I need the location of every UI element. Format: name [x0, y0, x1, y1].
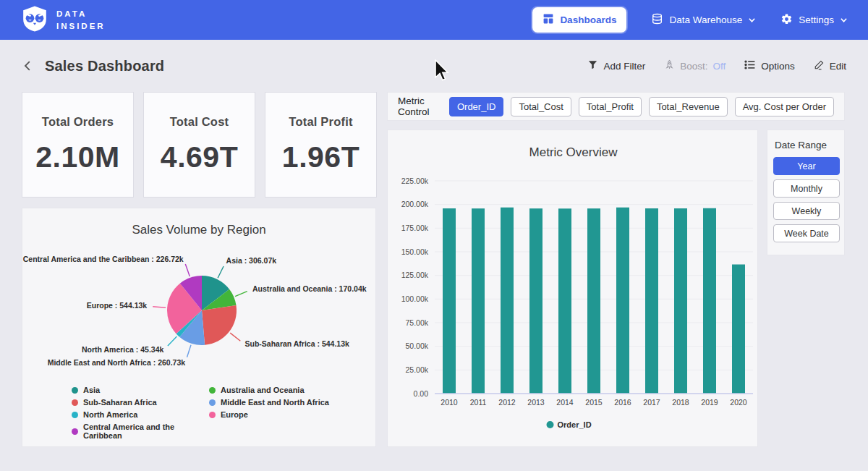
pie-chart: Asia : 306.07kAustralia and Oceania : 17…: [22, 254, 377, 380]
pencil-icon: [814, 59, 825, 72]
bar-2016[interactable]: [616, 208, 629, 394]
legend-dot: [209, 399, 216, 406]
x-tick-label: 2012: [498, 398, 516, 407]
bar-2017[interactable]: [645, 208, 658, 394]
date-range-monthly[interactable]: Monthly: [773, 179, 840, 198]
metric-chip-total-cost[interactable]: Total_Cost: [511, 97, 571, 116]
pie-label: Australia and Oceania : 170.04k: [252, 284, 367, 293]
bar-2018[interactable]: [674, 208, 687, 394]
legend-label: Order_ID: [558, 420, 592, 429]
owl-logo-icon: [20, 4, 49, 36]
x-tick-label: 2014: [556, 398, 574, 407]
legend-label: Middle East and North Africa: [221, 398, 329, 407]
metric-chip-total-profit[interactable]: Total_Profit: [579, 97, 642, 116]
bar-2012[interactable]: [501, 208, 514, 394]
add-filter-button[interactable]: Add Filter: [587, 59, 645, 72]
pie-legend-item[interactable]: Sub-Saharan Africa: [72, 398, 209, 407]
metric-chip-order-id[interactable]: Order_ID: [449, 97, 503, 116]
bar-2020[interactable]: [732, 265, 745, 394]
kpi-value: 2.10M: [35, 140, 119, 174]
sales-volume-panel: Sales Volume by Region Asia : 306.07kAus…: [22, 208, 376, 447]
legend-label: Asia: [83, 386, 100, 394]
bar-2015[interactable]: [587, 208, 600, 394]
x-tick-label: 2016: [614, 398, 631, 407]
top-nav: DATA INSIDER Dashboards: [0, 0, 868, 40]
kpi-value: 4.69T: [161, 140, 238, 174]
brand[interactable]: DATA INSIDER: [20, 4, 106, 36]
page-title: Sales Dashboard: [45, 58, 164, 75]
boost-state: Off: [712, 61, 726, 72]
legend-dot: [547, 421, 554, 428]
dashboards-grid-icon: [542, 13, 554, 27]
boost-toggle[interactable]: Boost: Off: [664, 59, 726, 72]
legend-label: Central America and the Caribbean: [83, 423, 209, 440]
legend-label: North America: [83, 410, 137, 419]
y-tick-label: 100.00k: [401, 294, 429, 303]
pie-label: Asia : 306.07k: [226, 256, 277, 265]
settings-menu[interactable]: Settings: [780, 13, 848, 27]
metric-chip-avg-cost[interactable]: Avg. Cost per Order: [735, 97, 834, 116]
legend-dot: [72, 428, 78, 435]
bar-chart-title: Metric Overview: [529, 145, 618, 159]
metric-control-bar: Metric Control Order_ID Total_Cost Total…: [387, 92, 845, 121]
options-button[interactable]: Options: [744, 59, 795, 72]
kpi-card-total-orders: Total Orders 2.10M: [22, 92, 134, 198]
chevron-down-icon: [840, 14, 848, 25]
pie-chart-title: Sales Volume by Region: [22, 223, 375, 237]
bar-2011[interactable]: [472, 208, 485, 394]
legend-dot: [72, 387, 78, 394]
x-tick-label: 2018: [672, 398, 689, 407]
pie-legend-item[interactable]: Middle East and North Africa: [209, 398, 329, 407]
legend-label: Australia and Oceania: [221, 386, 305, 394]
bar-2014[interactable]: [558, 208, 571, 394]
kpi-value: 1.96T: [282, 140, 359, 174]
pie-slice-sub-saharan-africa[interactable]: [202, 305, 237, 345]
rocket-icon: [664, 59, 675, 72]
pie-legend-item[interactable]: Australia and Oceania: [209, 386, 329, 394]
app-window: DATA INSIDER Dashboards: [0, 0, 868, 471]
y-tick-label: 225.00k: [401, 177, 429, 185]
pie-label: Sub-Saharan Africa : 544.13k: [245, 339, 349, 348]
x-tick-label: 2010: [441, 398, 458, 407]
date-range-weekly[interactable]: Weekly: [773, 202, 840, 220]
page-header: Sales Dashboard Add Filter Boost: Off: [0, 51, 868, 81]
database-icon: [651, 13, 663, 27]
y-tick-label: 50.00k: [405, 341, 428, 350]
metric-overview-panel: Metric Overview225.00k200.00k175.00k150.…: [387, 130, 758, 447]
date-range-year[interactable]: Year: [773, 157, 840, 175]
kpi-card-total-cost: Total Cost 4.69T: [143, 92, 255, 198]
x-tick-label: 2017: [643, 398, 660, 407]
date-range-panel: Date Range Year Monthly Weekly Week Date: [767, 130, 845, 255]
legend-label: Europe: [221, 410, 248, 419]
legend-dot: [209, 387, 216, 394]
kpi-card-total-profit: Total Profit 1.96T: [265, 92, 377, 198]
metric-chip-total-revenue[interactable]: Total_Revenue: [649, 97, 728, 116]
pie-legend-item[interactable]: Central America and the Caribbean: [72, 423, 209, 440]
pie-label: North America : 45.34k: [82, 345, 164, 354]
back-button[interactable]: [22, 59, 35, 72]
y-tick-label: 0.00: [414, 389, 429, 398]
data-warehouse-menu[interactable]: Data Warehouse: [651, 13, 756, 27]
y-tick-label: 125.00k: [401, 271, 429, 279]
brand-text: DATA INSIDER: [56, 8, 106, 32]
legend-dot: [72, 412, 78, 418]
kpi-label: Total Orders: [42, 115, 114, 129]
pie-legend-item[interactable]: Asia: [72, 386, 209, 394]
dashboards-button[interactable]: Dashboards: [532, 7, 626, 33]
pie-legend: Asia Sub-Saharan Africa North America Ce…: [22, 386, 375, 440]
pie-legend-item[interactable]: Europe: [209, 410, 329, 419]
y-tick-label: 75.00k: [405, 318, 428, 327]
pie-label: Europe : 544.13k: [87, 301, 148, 310]
bar-2010[interactable]: [443, 208, 456, 394]
x-tick-label: 2011: [470, 398, 487, 407]
pie-label: Middle East and North Africa : 260.73k: [48, 358, 186, 367]
date-range-week-date[interactable]: Week Date: [773, 224, 840, 242]
pie-legend-item[interactable]: North America: [72, 410, 209, 419]
kpi-label: Total Cost: [170, 115, 229, 129]
x-tick-label: 2020: [730, 398, 747, 407]
date-range-label: Date Range: [775, 140, 838, 150]
bar-2013[interactable]: [529, 208, 542, 394]
bar-2019[interactable]: [703, 208, 716, 394]
bar-chart: Metric Overview225.00k200.00k175.00k150.…: [388, 130, 757, 451]
edit-button[interactable]: Edit: [814, 59, 846, 72]
